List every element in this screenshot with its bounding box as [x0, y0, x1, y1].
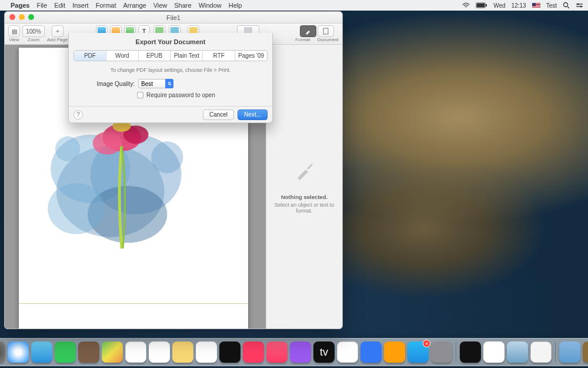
inspector-subtext: Select an object or text to format. — [270, 202, 339, 214]
clock-time[interactable]: 12:13 — [512, 2, 526, 9]
svg-line-4 — [567, 6, 569, 8]
app-menu[interactable]: Pages — [11, 2, 29, 9]
tab-epub[interactable]: EPUB — [139, 51, 171, 61]
dock-mail[interactable] — [31, 342, 52, 363]
dock-contacts[interactable] — [78, 342, 99, 363]
dock-numbers[interactable] — [337, 342, 358, 363]
add-page-button[interactable]: ＋ — [52, 25, 64, 37]
menu-help[interactable]: Help — [229, 2, 242, 9]
input-lang[interactable]: Test — [546, 2, 557, 9]
control-center-icon[interactable] — [576, 2, 583, 8]
dock-tv[interactable]: tv — [313, 342, 335, 363]
menu-view[interactable]: View — [153, 2, 168, 9]
dock-preview[interactable] — [507, 342, 528, 363]
dock-music[interactable] — [266, 342, 288, 363]
paintbrush-icon — [305, 28, 312, 35]
dock-app-store[interactable]: 4 — [407, 342, 429, 363]
svg-point-18 — [93, 132, 122, 155]
window-minimize-button[interactable] — [19, 14, 25, 20]
window-zoom-button[interactable] — [28, 14, 34, 20]
toolbar-zoom-label: Zoom — [28, 37, 39, 42]
svg-rect-1 — [486, 4, 487, 6]
battery-icon[interactable] — [476, 2, 487, 8]
svg-point-8 — [580, 5, 582, 7]
dock-news[interactable] — [243, 342, 264, 363]
dock-safari[interactable] — [8, 342, 29, 363]
toolbar-format-doc-group: Format Document — [295, 25, 339, 42]
format-inspector: Nothing selected. Select an object or te… — [266, 45, 342, 329]
export-sheet: Export Your Document PDF Word EPUB Plain… — [68, 33, 273, 123]
dock-downloads-folder[interactable] — [559, 342, 580, 363]
menu-insert[interactable]: Insert — [72, 2, 89, 9]
inspector-heading: Nothing selected. — [281, 194, 328, 200]
svg-point-15 — [151, 141, 183, 173]
toolbar-format-label: Format — [295, 37, 310, 42]
menu-window[interactable]: Window — [199, 2, 222, 9]
toolbar-addpage-group: ＋ Add Page — [47, 25, 68, 42]
dock-stocks[interactable] — [219, 342, 240, 363]
next-button[interactable]: Next... — [238, 110, 268, 120]
menu-format[interactable]: Format — [96, 2, 116, 9]
cancel-button[interactable]: Cancel — [203, 110, 234, 120]
menu-file[interactable]: File — [36, 2, 47, 9]
dock-reminders[interactable] — [125, 342, 146, 363]
window-titlebar[interactable]: File1 — [5, 12, 342, 24]
svg-point-3 — [564, 3, 568, 7]
require-password-label: Require password to open — [146, 92, 215, 98]
dock-system-preferences[interactable] — [431, 342, 452, 363]
toolbar-zoom-group: 100% Zoom — [22, 25, 45, 42]
dock-pages[interactable] — [384, 342, 405, 363]
dock-terminal[interactable] — [460, 342, 481, 363]
document-button[interactable] — [318, 25, 334, 37]
svg-rect-2 — [477, 4, 485, 7]
page-divider — [19, 303, 248, 304]
dock-separator — [456, 342, 456, 362]
svg-point-16 — [55, 137, 81, 162]
menu-arrange[interactable]: Arrange — [123, 2, 146, 9]
toolbar-document-label: Document — [318, 37, 339, 42]
window-close-button[interactable] — [9, 14, 15, 20]
brush-icon — [294, 160, 315, 185]
dock-gimp-doc[interactable] — [583, 342, 588, 363]
toolbar-view-label: View — [9, 37, 19, 42]
spotlight-icon[interactable] — [563, 2, 570, 9]
export-format-tabs: PDF Word EPUB Plain Text RTF Pages '09 — [74, 50, 268, 61]
window-title: File1 — [166, 14, 181, 21]
tab-rtf[interactable]: RTF — [203, 51, 235, 61]
tab-pdf[interactable]: PDF — [74, 51, 106, 61]
dock-notes[interactable] — [172, 342, 193, 363]
image-quality-label: Image Quality: — [92, 81, 135, 87]
image-quality-select[interactable]: Best — [138, 79, 173, 88]
badge: 4 — [423, 340, 430, 347]
view-button[interactable]: ▤ — [8, 25, 20, 37]
dock: 20tv4 — [0, 338, 588, 366]
toolbar-view-group: ▤ View — [8, 25, 20, 42]
dock-messages[interactable] — [55, 342, 76, 363]
dock-textedit[interactable] — [530, 342, 552, 363]
clock-day[interactable]: Wed — [493, 2, 505, 9]
toolbar-addpage-label: Add Page — [47, 37, 68, 42]
dock-calendar[interactable]: 20 — [196, 342, 217, 363]
dock-launchpad[interactable] — [0, 342, 5, 363]
tab-pages09[interactable]: Pages '09 — [235, 51, 267, 61]
help-button[interactable]: ? — [74, 110, 83, 120]
dock-podcasts[interactable] — [290, 342, 311, 363]
wifi-icon[interactable] — [462, 2, 470, 8]
tab-word[interactable]: Word — [106, 51, 139, 61]
menu-edit[interactable]: Edit — [54, 2, 65, 9]
dock-photos[interactable] — [149, 342, 170, 363]
sheet-title: Export Your Document — [69, 38, 272, 45]
dock-chrome[interactable] — [483, 342, 505, 363]
zoom-dropdown[interactable]: 100% — [22, 25, 45, 37]
menu-share[interactable]: Share — [174, 2, 191, 9]
require-password-checkbox[interactable] — [137, 92, 143, 98]
format-button[interactable] — [300, 25, 316, 37]
dock-maps[interactable] — [102, 342, 123, 363]
menubar: Pages File Edit Insert Format Arrange Vi… — [0, 0, 588, 11]
svg-point-14 — [48, 183, 105, 234]
svg-rect-9 — [323, 28, 328, 34]
dock-keynote[interactable] — [360, 342, 382, 363]
tab-plain-text[interactable]: Plain Text — [171, 51, 203, 61]
svg-point-7 — [577, 3, 579, 5]
input-flag[interactable] — [532, 3, 540, 8]
